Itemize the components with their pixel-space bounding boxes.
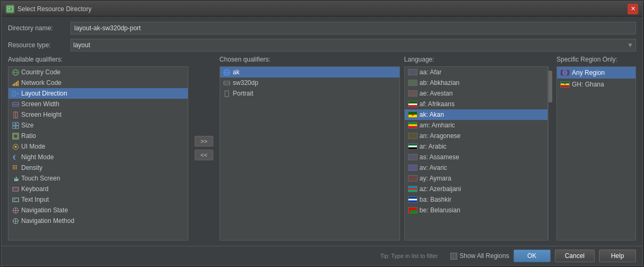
- available-item-label: UI Mode: [21, 143, 45, 150]
- available-item-label: Layout Direction: [21, 90, 67, 97]
- available-item-layout-direction[interactable]: Layout Direction: [8, 88, 188, 99]
- language-item-label: aa: Afar: [420, 68, 441, 76]
- svg-rect-69: [408, 186, 417, 188]
- available-item-screen-width[interactable]: Screen Width: [8, 99, 188, 109]
- language-item-label: be: Belarusian: [420, 206, 460, 214]
- language-list[interactable]: aa: Afar ab: Abkhazian ae: Avestan: [404, 66, 548, 240]
- chosen-qualifiers-list[interactable]: ak sw320dp Portrait: [220, 66, 400, 240]
- language-item-label: ar: Arabic: [420, 143, 447, 150]
- night-mode-icon: [12, 153, 19, 161]
- text-input-icon: T: [12, 196, 19, 203]
- svg-rect-20: [13, 123, 15, 125]
- navigation-state-icon: [12, 206, 19, 214]
- svg-rect-5: [13, 84, 14, 86]
- svg-rect-9: [13, 91, 15, 96]
- language-scrollbar[interactable]: [548, 66, 552, 240]
- chosen-item-ak[interactable]: ak: [220, 67, 399, 77]
- help-button[interactable]: Help: [599, 249, 636, 262]
- language-item-as[interactable]: as: Assamese: [405, 152, 547, 162]
- available-item-touch-screen[interactable]: Touch Screen: [8, 173, 188, 184]
- available-item-screen-height[interactable]: Screen Height: [8, 109, 188, 120]
- chosen-item-portrait[interactable]: Portrait: [220, 88, 399, 99]
- available-item-density[interactable]: Density: [8, 162, 188, 173]
- chosen-item-label: ak: [233, 68, 240, 76]
- language-item-label: ay: Aymara: [420, 175, 451, 182]
- ui-mode-icon: [12, 143, 19, 150]
- language-item-label: af: Afrikaans: [420, 100, 455, 108]
- network-code-icon: [12, 79, 19, 87]
- available-item-label: Navigation Method: [21, 217, 74, 225]
- available-item-ui-mode[interactable]: UI Mode: [8, 141, 188, 152]
- language-item-ak[interactable]: ak: Akan: [405, 109, 547, 120]
- language-item-ae[interactable]: ae: Avestan: [405, 88, 547, 99]
- add-qualifier-button[interactable]: >>: [195, 136, 213, 147]
- language-item-be[interactable]: be: Belarusian: [405, 205, 547, 216]
- remove-qualifier-button[interactable]: <<: [195, 150, 213, 160]
- language-item-am[interactable]: am: Amharic: [405, 120, 547, 131]
- language-item-av[interactable]: av: Avaric: [405, 162, 547, 173]
- svg-rect-29: [14, 165, 15, 166]
- svg-rect-32: [14, 167, 15, 168]
- chosen-item-label: Portrait: [233, 90, 254, 97]
- select-resource-directory-dialog: Select Resource Directory ✕ Directory na…: [1, 1, 643, 266]
- available-item-network-code[interactable]: Network Code: [8, 77, 188, 88]
- arrow-panel: >> <<: [193, 56, 215, 240]
- available-item-night-mode[interactable]: Night Mode: [8, 152, 188, 162]
- specific-item-gh-ghana[interactable]: GH: Ghana: [557, 79, 636, 90]
- svg-rect-71: [408, 190, 417, 192]
- language-item-ba[interactable]: ba: Bashkir: [405, 194, 547, 205]
- language-item-ay[interactable]: ay: Aymara: [405, 173, 547, 184]
- available-item-navigation-method[interactable]: Navigation Method: [8, 216, 188, 226]
- flag-an: [408, 133, 417, 139]
- available-item-ratio[interactable]: Ratio: [8, 131, 188, 141]
- resource-type-select[interactable]: layout ▼: [71, 39, 636, 51]
- language-item-aa[interactable]: aa: Afar: [405, 67, 547, 77]
- available-item-text-input[interactable]: T Text Input: [8, 194, 188, 205]
- available-item-size[interactable]: Size: [8, 120, 188, 131]
- language-item-label: an: Aragonese: [420, 132, 460, 140]
- specific-region-panel: Specific Region Only: Any Region GH: Gha…: [556, 56, 636, 240]
- language-item-af[interactable]: af: Afrikaans: [405, 99, 547, 109]
- chosen-item-sw320dp[interactable]: sw320dp: [220, 77, 399, 88]
- flag-ak: [408, 111, 417, 118]
- language-item-az[interactable]: az: Azerbaijani: [405, 184, 547, 194]
- ok-button[interactable]: OK: [514, 249, 551, 262]
- language-item-label: ab: Abkhazian: [420, 79, 459, 87]
- flag-az: [408, 186, 417, 192]
- show-all-regions-checkbox[interactable]: [450, 253, 457, 260]
- language-item-an[interactable]: an: Aragonese: [405, 131, 547, 141]
- svg-rect-36: [16, 168, 17, 169]
- svg-rect-83: [561, 85, 569, 87]
- svg-rect-30: [16, 165, 17, 166]
- language-chosen-icon: [223, 68, 231, 76]
- scrollbar-thumb: [549, 71, 552, 102]
- available-item-navigation-state[interactable]: Navigation State: [8, 205, 188, 216]
- language-item-ab[interactable]: ab: Abkhazian: [405, 77, 547, 88]
- available-item-country-code[interactable]: Country Code: [8, 67, 188, 77]
- cancel-button[interactable]: Cancel: [555, 249, 595, 262]
- svg-rect-65: [408, 126, 417, 128]
- available-qualifiers-list[interactable]: Country Code Network Code Layout Directi…: [8, 66, 188, 240]
- directory-name-input[interactable]: [71, 22, 636, 35]
- language-item-ar[interactable]: ar: Arabic: [405, 141, 547, 152]
- close-button[interactable]: ✕: [628, 4, 638, 14]
- svg-point-62: [412, 114, 414, 116]
- svg-rect-66: [408, 144, 417, 145]
- navigation-method-icon: [12, 217, 19, 225]
- screen-width-chosen-icon: [223, 79, 231, 87]
- available-item-label: Network Code: [21, 79, 62, 87]
- flag-ghana: [560, 81, 570, 88]
- available-item-label: Touch Screen: [21, 175, 60, 182]
- flag-ar: [408, 143, 417, 150]
- available-item-keyboard[interactable]: Keyboard: [8, 184, 188, 194]
- svg-rect-76: [410, 208, 417, 210]
- specific-item-label: GH: Ghana: [572, 81, 604, 88]
- touch-screen-icon: [12, 175, 19, 182]
- svg-rect-6: [14, 83, 15, 86]
- dialog-body: Directory name: Resource type: layout ▼ …: [2, 16, 642, 246]
- flag-ae: [408, 90, 417, 97]
- specific-region-list[interactable]: Any Region GH: Ghana: [556, 66, 636, 240]
- available-item-label: Night Mode: [21, 153, 54, 161]
- screen-height-icon: [12, 111, 19, 118]
- specific-item-any-region[interactable]: Any Region: [557, 67, 636, 79]
